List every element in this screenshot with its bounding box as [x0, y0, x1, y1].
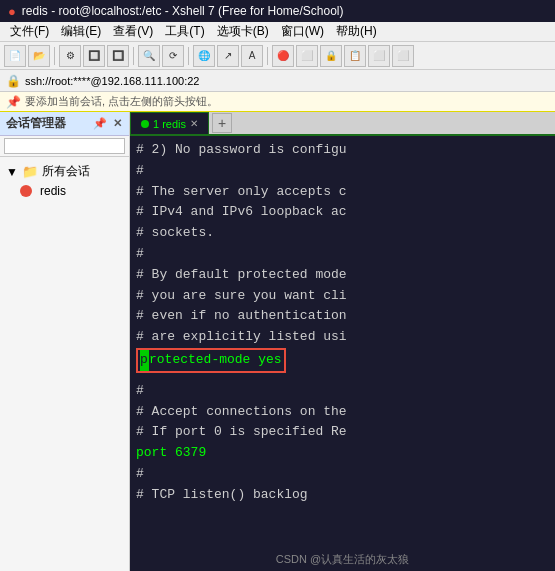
- toolbar-sep3: [188, 47, 189, 65]
- protected-mode-box: protected-mode yes: [136, 348, 286, 373]
- tree-root[interactable]: ▼ 📁 所有会话: [2, 161, 127, 182]
- tab-bar: 1 redis ✕ +: [130, 112, 555, 136]
- toolbar-btn16[interactable]: ⬜: [392, 45, 414, 67]
- term-after-6: # TCP listen() backlog: [136, 485, 549, 506]
- term-after-3: # If port 0 is specified Re: [136, 422, 549, 443]
- expand-icon: ▼: [6, 165, 18, 179]
- term-after-0: [136, 373, 549, 381]
- term-after-5: #: [136, 464, 549, 485]
- toolbar-btn7[interactable]: ⟳: [162, 45, 184, 67]
- app-body: ● redis - root@localhost:/etc - Xshell 7…: [0, 0, 555, 571]
- content-area: 会话管理器 📌 ✕ ▼ 📁 所有会话 redis: [0, 112, 555, 571]
- toolbar-btn11[interactable]: 🔴: [272, 45, 294, 67]
- toolbar-sep1: [54, 47, 55, 65]
- sessions-sidebar: 会话管理器 📌 ✕ ▼ 📁 所有会话 redis: [0, 112, 130, 571]
- root-label: 所有会话: [42, 163, 90, 180]
- toolbar-btn5[interactable]: 🔲: [107, 45, 129, 67]
- watermark: CSDN @认真生活的灰太狼: [130, 552, 555, 567]
- term-line-7: # you are sure you want cli: [136, 286, 549, 307]
- toolbar-btn6[interactable]: 🔍: [138, 45, 160, 67]
- term-line-5: #: [136, 244, 549, 265]
- toolbar-sep2: [133, 47, 134, 65]
- term-after-1: #: [136, 381, 549, 402]
- tab-close-icon[interactable]: ✕: [190, 118, 198, 129]
- protected-mode-text: rotected-mode yes: [149, 352, 282, 367]
- lock-icon: 🔒: [6, 74, 21, 88]
- menu-help[interactable]: 帮助(H): [330, 22, 383, 41]
- title-text: redis - root@localhost:/etc - Xshell 7 (…: [22, 4, 344, 18]
- term-line-9: # are explicitly listed usi: [136, 327, 549, 348]
- close-panel-icon[interactable]: ✕: [112, 117, 123, 130]
- term-line-0: # 2) No password is configu: [136, 140, 549, 161]
- toolbar-btn14[interactable]: 📋: [344, 45, 366, 67]
- app-icon: ●: [8, 4, 16, 19]
- new-tab-button[interactable]: +: [212, 113, 232, 133]
- term-after-4: port 6379: [136, 443, 549, 464]
- terminal-panel[interactable]: # 2) No password is configu # # The serv…: [130, 136, 555, 571]
- tree-item-redis[interactable]: redis: [2, 182, 127, 200]
- toolbar-btn10[interactable]: A: [241, 45, 263, 67]
- sessions-panel-header: 会话管理器 📌 ✕: [0, 112, 129, 136]
- info-bar: 📌 要添加当前会话, 点击左侧的箭头按钮。: [0, 92, 555, 112]
- toolbar-btn15[interactable]: ⬜: [368, 45, 390, 67]
- info-text: 要添加当前会话, 点击左侧的箭头按钮。: [25, 94, 218, 109]
- menu-tools[interactable]: 工具(T): [159, 22, 210, 41]
- term-line-4: # sockets.: [136, 223, 549, 244]
- menu-window[interactable]: 窗口(W): [275, 22, 330, 41]
- toolbar-btn9[interactable]: ↗: [217, 45, 239, 67]
- term-after-2: # Accept connections on the: [136, 402, 549, 423]
- sessions-search-container: [0, 136, 129, 157]
- sessions-search-input[interactable]: [4, 138, 125, 154]
- term-line-3: # IPv4 and IPv6 loopback ac: [136, 202, 549, 223]
- right-panel: 1 redis ✕ + # 2) No password is configu …: [130, 112, 555, 571]
- cursor-block: p: [140, 350, 149, 371]
- toolbar-btn4[interactable]: 🔲: [83, 45, 105, 67]
- toolbar-open[interactable]: 📂: [28, 45, 50, 67]
- term-line-6: # By default protected mode: [136, 265, 549, 286]
- menu-bar: 文件(F) 编辑(E) 查看(V) 工具(T) 选项卡(B) 窗口(W) 帮助(…: [0, 22, 555, 42]
- toolbar-sep4: [267, 47, 268, 65]
- menu-tabs[interactable]: 选项卡(B): [211, 22, 275, 41]
- sessions-title: 会话管理器: [6, 115, 66, 132]
- menu-view[interactable]: 查看(V): [107, 22, 159, 41]
- term-line-1: #: [136, 161, 549, 182]
- menu-file[interactable]: 文件(F): [4, 22, 55, 41]
- redis-label: redis: [40, 184, 66, 198]
- toolbar-btn3[interactable]: ⚙: [59, 45, 81, 67]
- toolbar-new[interactable]: 📄: [4, 45, 26, 67]
- title-bar: ● redis - root@localhost:/etc - Xshell 7…: [0, 0, 555, 22]
- toolbar: 📄 📂 ⚙ 🔲 🔲 🔍 ⟳ 🌐 ↗ A 🔴 ⬜ 🔒 📋 ⬜ ⬜: [0, 42, 555, 70]
- toolbar-btn13[interactable]: 🔒: [320, 45, 342, 67]
- pin-icon: 📌: [6, 95, 21, 109]
- ssh-address: ssh://root:****@192.168.111.100:22: [25, 75, 199, 87]
- tab-label: 1 redis: [153, 118, 186, 130]
- term-line-8: # even if no authentication: [136, 306, 549, 327]
- toolbar-btn12[interactable]: ⬜: [296, 45, 318, 67]
- pin-panel-icon[interactable]: 📌: [92, 117, 108, 130]
- tab-redis[interactable]: 1 redis ✕: [130, 112, 209, 134]
- menu-edit[interactable]: 编辑(E): [55, 22, 107, 41]
- panel-icons: 📌 ✕: [92, 117, 123, 130]
- term-line-2: # The server only accepts c: [136, 182, 549, 203]
- address-bar: 🔒 ssh://root:****@192.168.111.100:22: [0, 70, 555, 92]
- folder-icon: 📁: [22, 164, 38, 179]
- toolbar-btn8[interactable]: 🌐: [193, 45, 215, 67]
- sessions-tree: ▼ 📁 所有会话 redis: [0, 157, 129, 204]
- tab-indicator: [141, 120, 149, 128]
- redis-icon: [20, 185, 32, 197]
- protected-mode-line: protected-mode yes: [136, 348, 549, 373]
